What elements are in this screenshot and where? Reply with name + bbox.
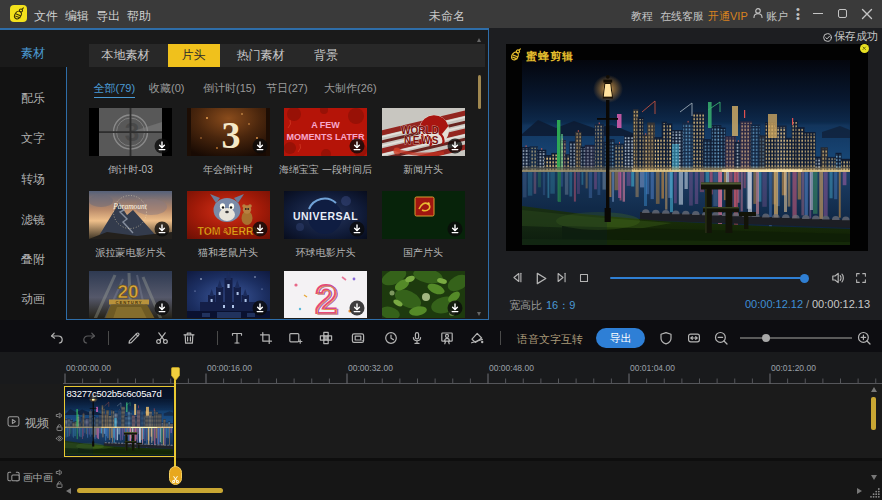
svg-text:Paramount: Paramount — [112, 202, 148, 211]
svg-text:00:00:00.00: 00:00:00.00 — [66, 363, 111, 373]
svg-text:NEWS: NEWS — [404, 135, 440, 146]
svg-text:2: 2 — [316, 277, 338, 318]
svg-text:CENTURY: CENTURY — [115, 299, 142, 304]
svg-text:00:00:16.00: 00:00:16.00 — [207, 363, 252, 373]
svg-text:3: 3 — [221, 114, 240, 156]
svg-text:00:01:04.00: 00:01:04.00 — [630, 363, 675, 373]
svg-text:A FEW: A FEW — [311, 120, 340, 130]
svg-text:00:00:48.00: 00:00:48.00 — [489, 363, 534, 373]
svg-text:00:01:20.00: 00:01:20.00 — [771, 363, 816, 373]
svg-text:TOM: TOM — [197, 225, 220, 237]
svg-text:&: & — [223, 227, 228, 234]
svg-text:00:00:32.00: 00:00:32.00 — [348, 363, 393, 373]
